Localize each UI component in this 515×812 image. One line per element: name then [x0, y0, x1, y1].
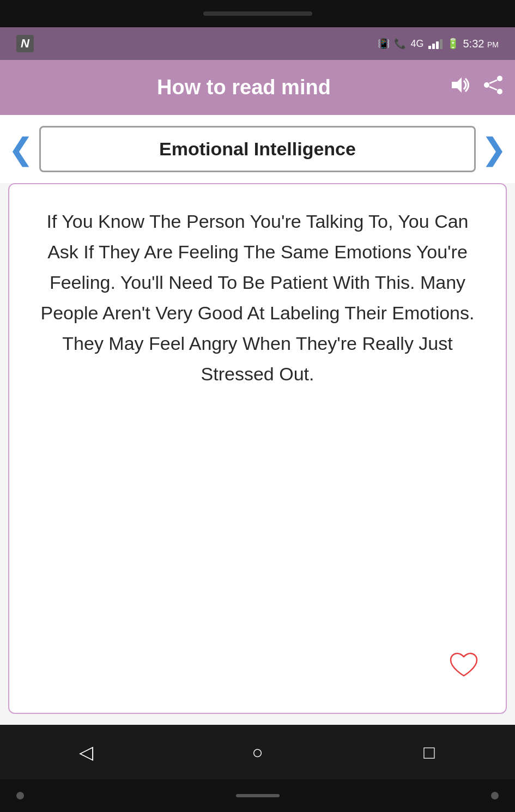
- content-text: If You Know The Person You're Talking To…: [37, 206, 478, 390]
- app-title: How to read mind: [38, 76, 450, 99]
- share-button[interactable]: [482, 75, 504, 100]
- battery-icon: 🔋: [447, 38, 459, 50]
- category-title: Emotional Intelligence: [159, 138, 356, 159]
- phone-icon: 📞: [394, 38, 406, 50]
- bottom-dot-right: [491, 792, 499, 799]
- recent-apps-button[interactable]: □: [413, 736, 446, 768]
- phone-bottom-bar: [0, 779, 515, 812]
- bottom-navigation: ◁ ○ □: [0, 725, 515, 779]
- svg-point-2: [497, 89, 502, 94]
- sound-button[interactable]: [450, 75, 471, 100]
- bottom-dot-left: [16, 792, 24, 799]
- favorite-button[interactable]: [449, 652, 478, 686]
- svg-point-1: [497, 76, 502, 81]
- screen: N 📳 📞 4G 🔋: [0, 27, 515, 725]
- bottom-bar-line: [236, 794, 280, 797]
- prev-button[interactable]: ❮: [8, 134, 34, 165]
- phone-top-bar: [0, 0, 515, 27]
- phone-frame: N 📳 📞 4G 🔋: [0, 0, 515, 812]
- svg-marker-0: [452, 77, 462, 93]
- vibrate-icon: 📳: [378, 38, 390, 50]
- back-button[interactable]: ◁: [70, 736, 102, 768]
- home-button[interactable]: ○: [241, 736, 274, 768]
- svg-line-5: [489, 87, 497, 90]
- content-card: If You Know The Person You're Talking To…: [8, 183, 507, 714]
- signal-bars: [428, 38, 443, 49]
- status-left: N: [16, 35, 34, 52]
- svg-line-4: [489, 80, 497, 83]
- network-label: 4G: [410, 38, 423, 50]
- notification-icon: N: [16, 35, 34, 52]
- next-button[interactable]: ❯: [481, 134, 507, 165]
- svg-point-3: [484, 82, 489, 88]
- app-header: How to read mind: [0, 60, 515, 115]
- category-title-box: Emotional Intelligence: [39, 126, 476, 172]
- nav-row: ❮ Emotional Intelligence ❯: [0, 115, 515, 183]
- status-time: 5:32 PM: [463, 38, 499, 50]
- status-bar: N 📳 📞 4G 🔋: [0, 27, 515, 60]
- speaker-grille: [203, 11, 312, 16]
- status-right: 📳 📞 4G 🔋 5:32 PM: [378, 38, 499, 50]
